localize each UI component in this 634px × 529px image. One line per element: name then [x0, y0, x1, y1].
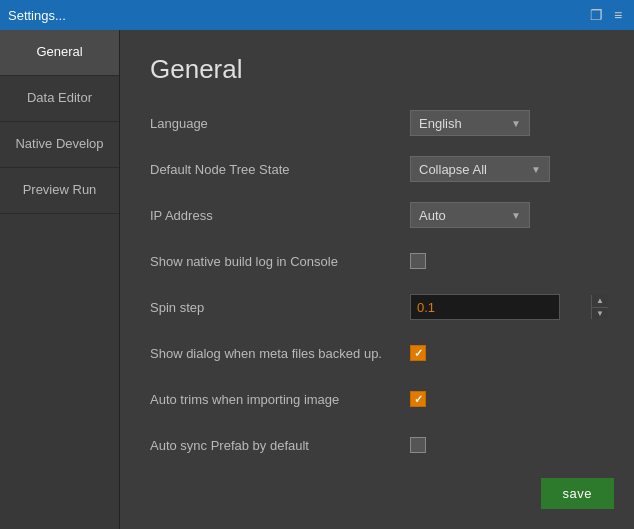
language-row: Language English ▼ — [150, 109, 604, 137]
sidebar-item-data-editor[interactable]: Data Editor — [0, 76, 119, 122]
auto-sync-prefab-row: Auto sync Prefab by default — [150, 431, 604, 459]
spin-step-down-button[interactable]: ▼ — [592, 307, 608, 320]
node-tree-state-dropdown[interactable]: Collapse All ▼ — [410, 156, 550, 182]
sidebar-item-native-develop[interactable]: Native Develop — [0, 122, 119, 168]
sidebar-item-preview-run[interactable]: Preview Run — [0, 168, 119, 214]
show-native-build-log-checkbox[interactable] — [410, 253, 426, 269]
sidebar-item-general-label: General — [36, 44, 82, 59]
language-control: English ▼ — [410, 110, 530, 136]
ip-address-row: IP Address Auto ▼ — [150, 201, 604, 229]
main-layout: General Data Editor Native Develop Previ… — [0, 30, 634, 529]
auto-trims-row: Auto trims when importing image ✓ — [150, 385, 604, 413]
sidebar-item-general[interactable]: General — [0, 30, 119, 76]
sidebar-item-data-editor-label: Data Editor — [27, 90, 92, 105]
window-title: Settings... — [8, 8, 66, 23]
auto-sync-prefab-control — [410, 437, 426, 453]
spin-step-label: Spin step — [150, 300, 410, 315]
auto-trims-label: Auto trims when importing image — [150, 392, 410, 407]
auto-sync-prefab-checkbox[interactable] — [410, 437, 426, 453]
menu-button[interactable]: ≡ — [610, 7, 626, 23]
node-tree-dropdown-arrow: ▼ — [531, 164, 541, 175]
restore-button[interactable]: ❐ — [588, 7, 604, 23]
show-native-build-log-row: Show native build log in Console — [150, 247, 604, 275]
show-dialog-meta-row: Show dialog when meta files backed up. ✓ — [150, 339, 604, 367]
ip-address-dropdown[interactable]: Auto ▼ — [410, 202, 530, 228]
page-title: General — [150, 54, 604, 85]
spin-step-control: ▲ ▼ — [410, 294, 560, 320]
show-native-build-log-control — [410, 253, 426, 269]
spin-step-up-button[interactable]: ▲ — [592, 295, 608, 307]
spin-step-spinbox: ▲ ▼ — [410, 294, 560, 320]
spin-step-buttons: ▲ ▼ — [591, 295, 608, 319]
language-value: English — [419, 116, 462, 131]
window-controls: ❐ ≡ — [588, 7, 626, 23]
language-dropdown[interactable]: English ▼ — [410, 110, 530, 136]
ip-address-label: IP Address — [150, 208, 410, 223]
sidebar-item-native-develop-label: Native Develop — [15, 136, 103, 151]
sidebar: General Data Editor Native Develop Previ… — [0, 30, 120, 529]
title-bar: Settings... ❐ ≡ — [0, 0, 634, 30]
node-tree-state-value: Collapse All — [419, 162, 487, 177]
content-area: General Language English ▼ Default Node … — [120, 30, 634, 529]
auto-trims-checkbox[interactable]: ✓ — [410, 391, 426, 407]
ip-address-dropdown-arrow: ▼ — [511, 210, 521, 221]
auto-sync-prefab-label: Auto sync Prefab by default — [150, 438, 410, 453]
save-button[interactable]: save — [541, 478, 614, 509]
node-tree-state-label: Default Node Tree State — [150, 162, 410, 177]
language-dropdown-arrow: ▼ — [511, 118, 521, 129]
ip-address-value: Auto — [419, 208, 446, 223]
spin-step-input[interactable] — [411, 300, 591, 315]
spin-step-row: Spin step ▲ ▼ — [150, 293, 604, 321]
show-dialog-meta-checkbox[interactable]: ✓ — [410, 345, 426, 361]
auto-trims-check-mark: ✓ — [414, 393, 423, 406]
show-dialog-meta-control: ✓ — [410, 345, 426, 361]
auto-trims-control: ✓ — [410, 391, 426, 407]
show-dialog-meta-check-mark: ✓ — [414, 347, 423, 360]
ip-address-control: Auto ▼ — [410, 202, 530, 228]
language-label: Language — [150, 116, 410, 131]
node-tree-state-row: Default Node Tree State Collapse All ▼ — [150, 155, 604, 183]
show-native-build-log-label: Show native build log in Console — [150, 254, 410, 269]
show-dialog-meta-label: Show dialog when meta files backed up. — [150, 346, 410, 361]
sidebar-item-preview-run-label: Preview Run — [23, 182, 97, 197]
node-tree-state-control: Collapse All ▼ — [410, 156, 550, 182]
